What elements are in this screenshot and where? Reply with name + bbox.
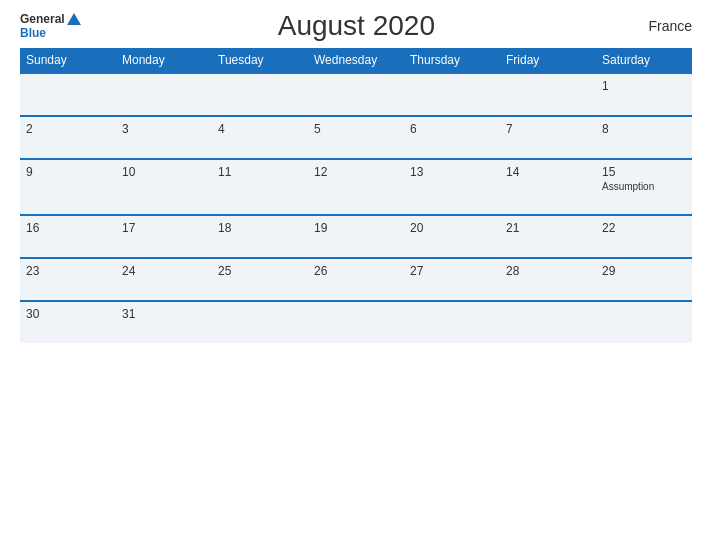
week-row: 16171819202122 [20,215,692,258]
calendar-cell: 27 [404,258,500,301]
day-number: 27 [410,264,423,278]
day-number: 1 [602,79,609,93]
calendar-cell: 19 [308,215,404,258]
day-header-thursday: Thursday [404,48,500,73]
day-number: 2 [26,122,33,136]
calendar-cell: 10 [116,159,212,215]
country-label: France [632,18,692,34]
week-row: 9101112131415Assumption [20,159,692,215]
week-row: 1 [20,73,692,116]
day-header-tuesday: Tuesday [212,48,308,73]
logo-blue-text: Blue [20,26,46,40]
calendar-cell: 1 [596,73,692,116]
calendar-cell [596,301,692,343]
day-number: 11 [218,165,231,179]
day-number: 4 [218,122,225,136]
calendar-cell: 17 [116,215,212,258]
calendar-cell: 5 [308,116,404,159]
logo: General Blue [20,12,81,41]
calendar-cell [404,301,500,343]
day-number: 21 [506,221,519,235]
calendar-cell: 21 [500,215,596,258]
calendar-cell: 18 [212,215,308,258]
day-number: 17 [122,221,135,235]
calendar-cell: 7 [500,116,596,159]
calendar-cell [20,73,116,116]
day-number: 3 [122,122,129,136]
calendar-cell: 12 [308,159,404,215]
calendar-cell: 13 [404,159,500,215]
day-number: 7 [506,122,513,136]
day-number: 5 [314,122,321,136]
calendar-cell [212,301,308,343]
day-header-sunday: Sunday [20,48,116,73]
calendar-title: August 2020 [81,10,632,42]
calendar-cell: 26 [308,258,404,301]
day-number: 19 [314,221,327,235]
day-header-friday: Friday [500,48,596,73]
calendar-cell [308,73,404,116]
calendar-cell: 28 [500,258,596,301]
day-number: 26 [314,264,327,278]
calendar-header: SundayMondayTuesdayWednesdayThursdayFrid… [20,48,692,73]
week-row: 3031 [20,301,692,343]
week-row: 23242526272829 [20,258,692,301]
day-header-saturday: Saturday [596,48,692,73]
calendar-cell [500,301,596,343]
calendar-cell [308,301,404,343]
calendar-cell: 29 [596,258,692,301]
day-number: 12 [314,165,327,179]
calendar-cell [500,73,596,116]
day-number: 23 [26,264,39,278]
calendar-cell: 9 [20,159,116,215]
holiday-name: Assumption [602,181,686,192]
day-number: 20 [410,221,423,235]
calendar-cell: 30 [20,301,116,343]
days-header-row: SundayMondayTuesdayWednesdayThursdayFrid… [20,48,692,73]
day-number: 25 [218,264,231,278]
calendar-cell: 22 [596,215,692,258]
calendar-page: General Blue August 2020 France SundayMo… [0,0,712,550]
calendar-table: SundayMondayTuesdayWednesdayThursdayFrid… [20,48,692,343]
day-number: 10 [122,165,135,179]
calendar-cell [212,73,308,116]
calendar-cell: 15Assumption [596,159,692,215]
week-row: 2345678 [20,116,692,159]
calendar-cell: 6 [404,116,500,159]
calendar-cell: 8 [596,116,692,159]
calendar-cell: 11 [212,159,308,215]
calendar-cell: 3 [116,116,212,159]
day-header-monday: Monday [116,48,212,73]
calendar-cell: 25 [212,258,308,301]
day-number: 15 [602,165,615,179]
calendar-cell [404,73,500,116]
day-number: 6 [410,122,417,136]
calendar-body: 123456789101112131415Assumption161718192… [20,73,692,343]
calendar-cell: 24 [116,258,212,301]
day-header-wednesday: Wednesday [308,48,404,73]
calendar-cell: 2 [20,116,116,159]
day-number: 14 [506,165,519,179]
day-number: 8 [602,122,609,136]
header: General Blue August 2020 France [20,10,692,42]
day-number: 9 [26,165,33,179]
day-number: 30 [26,307,39,321]
day-number: 24 [122,264,135,278]
calendar-cell: 16 [20,215,116,258]
day-number: 22 [602,221,615,235]
calendar-cell: 4 [212,116,308,159]
day-number: 16 [26,221,39,235]
calendar-cell: 14 [500,159,596,215]
day-number: 28 [506,264,519,278]
day-number: 31 [122,307,135,321]
calendar-cell [116,73,212,116]
day-number: 13 [410,165,423,179]
day-number: 29 [602,264,615,278]
day-number: 18 [218,221,231,235]
logo-general-text: General [20,12,65,26]
logo-triangle-icon [67,13,81,25]
calendar-cell: 23 [20,258,116,301]
calendar-cell: 20 [404,215,500,258]
calendar-cell: 31 [116,301,212,343]
